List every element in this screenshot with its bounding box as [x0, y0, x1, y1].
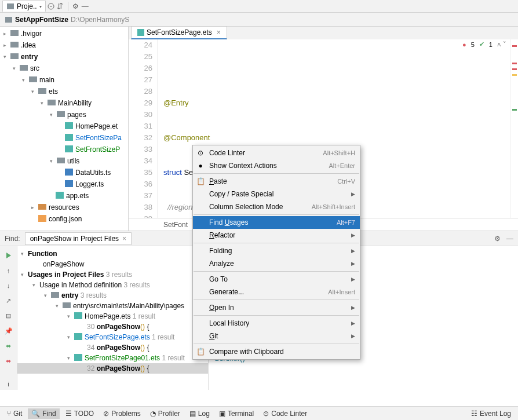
chevron-down-icon[interactable]: ▾ — [41, 100, 48, 106]
chevron-down-icon[interactable]: ▾ — [3, 54, 10, 60]
tree-folder[interactable]: .idea — [21, 41, 36, 49]
menu-generate[interactable]: Generate...Alt+Insert — [193, 286, 360, 298]
project-tree[interactable]: ▸.hvigor ▸.idea ▾entry ▾src ▾main ▾ets ▾… — [0, 27, 129, 231]
tree-folder[interactable]: pages — [67, 111, 86, 119]
project-label: Proje.. — [17, 2, 37, 10]
tree-file[interactable]: SetFrontSizeP — [75, 145, 120, 154]
tree-file[interactable]: SetFontSizePa — [75, 134, 122, 142]
menu-local-history[interactable]: Local History▶ — [193, 317, 360, 330]
terminal-tab[interactable]: ▣Terminal — [216, 408, 257, 419]
menu-analyze[interactable]: Analyze▶ — [193, 257, 360, 270]
up-icon[interactable]: ↑ — [3, 265, 14, 276]
git-tab[interactable]: ⑂Git — [3, 408, 25, 419]
diff-icon[interactable]: ⬌ — [3, 340, 14, 352]
target-icon[interactable] — [47, 2, 55, 10]
editor-tab-active[interactable]: SetFontSizePage.ets × — [131, 26, 227, 39]
menu-paste[interactable]: 📋PasteCtrl+V — [193, 175, 360, 188]
svg-rect-21 — [137, 29, 144, 36]
problems-tab[interactable]: ⊘Problems — [100, 408, 144, 419]
tree-folder[interactable]: utils — [67, 157, 79, 165]
tree-folder[interactable]: ets — [49, 87, 58, 96]
event-log-tab[interactable]: ☷Event Log — [468, 408, 515, 419]
pin-icon[interactable]: 📌 — [3, 325, 14, 337]
find-tab[interactable]: onPageShow in Project Files× — [25, 232, 132, 245]
top-toolbar: Proje.. ▾ ⇵ ⚙ — — [0, 0, 518, 13]
svg-rect-13 — [65, 134, 73, 141]
project-tab[interactable]: Proje.. ▾ — [2, 1, 46, 12]
menu-separator — [194, 344, 359, 344]
stop-icon[interactable]: ⬌ — [3, 355, 14, 367]
menu-goto[interactable]: Go To▶ — [193, 273, 360, 286]
search-icon: 🔍 — [31, 410, 40, 418]
todo-tab[interactable]: ☰TODO — [62, 408, 97, 419]
export-icon[interactable]: ↗ — [3, 295, 14, 306]
menu-open-in[interactable]: Open In▶ — [193, 301, 360, 314]
chevron-down-icon[interactable]: ▾ — [13, 65, 20, 71]
log-tab[interactable]: ▤Log — [186, 408, 213, 419]
gear-icon[interactable]: ⚙ — [72, 2, 80, 10]
tree-file[interactable]: app.ets — [66, 192, 89, 200]
menu-git[interactable]: Git▶ — [193, 330, 360, 342]
context-menu[interactable]: ⊙Code LinterAlt+Shift+H ●Show Context Ac… — [192, 145, 360, 360]
close-icon[interactable]: × — [217, 28, 221, 36]
menu-context-actions[interactable]: ●Show Context ActionsAlt+Enter — [193, 159, 360, 172]
chevron-right-icon[interactable]: ▸ — [31, 204, 38, 210]
tree-file[interactable]: HomePage.et — [75, 122, 118, 130]
collapse-icon[interactable]: ⊟ — [3, 310, 14, 322]
chevron-down-icon[interactable]: ▾ — [50, 112, 57, 118]
svg-rect-17 — [65, 180, 73, 187]
tree-file[interactable]: Logger.ts — [75, 180, 104, 188]
breadcrumb-item[interactable]: SetFont — [163, 221, 188, 229]
down-icon[interactable]: ↓ — [3, 280, 14, 291]
close-icon[interactable]: × — [122, 235, 126, 243]
profiler-icon: ◔ — [150, 410, 156, 418]
rerun-icon[interactable] — [3, 250, 14, 261]
svg-marker-22 — [6, 253, 11, 258]
menu-folding[interactable]: Folding▶ — [193, 244, 360, 257]
svg-point-2 — [50, 6, 52, 7]
menu-compare-clipboard[interactable]: 📋Compare with Clipboard — [193, 345, 360, 358]
tree-file[interactable]: config.json — [49, 215, 82, 223]
hide-icon[interactable]: — — [506, 235, 513, 243]
tree-folder[interactable]: main — [39, 76, 54, 84]
info-icon[interactable]: i — [3, 378, 14, 390]
menu-find-usages[interactable]: Find UsagesAlt+F7 — [193, 216, 360, 229]
tree-folder[interactable]: .hvigor — [21, 30, 42, 38]
svg-rect-3 — [5, 17, 12, 23]
chevron-right-icon[interactable]: ▸ — [3, 31, 10, 36]
menu-separator — [194, 243, 359, 243]
chevron-down-icon[interactable]: ▾ — [50, 158, 57, 164]
chevron-right-icon[interactable]: ▸ — [3, 42, 10, 48]
find-label: Find: — [5, 235, 20, 243]
expand-icon[interactable]: ⇵ — [56, 2, 64, 10]
menu-separator — [194, 214, 359, 215]
chevron-down-icon[interactable]: ▾ — [31, 89, 38, 94]
submenu-arrow-icon: ▶ — [351, 232, 355, 238]
find-result-tree[interactable]: ▾Function onPageShow ▾Usages in Project … — [17, 246, 209, 390]
problems-icon: ⊘ — [103, 410, 109, 418]
todo-icon: ☰ — [65, 410, 72, 418]
find-tab[interactable]: 🔍Find — [28, 408, 59, 419]
tree-folder[interactable]: resources — [49, 203, 79, 211]
submenu-arrow-icon: ▶ — [351, 305, 355, 311]
submenu-arrow-icon: ▶ — [351, 320, 355, 326]
svg-rect-5 — [10, 42, 19, 48]
chevron-down-icon[interactable]: ▾ — [22, 77, 29, 83]
tree-file[interactable]: DataUtils.ts — [75, 169, 111, 177]
tree-folder[interactable]: MainAbility — [58, 99, 92, 107]
project-icon — [6, 2, 14, 10]
profiler-tab[interactable]: ◔Profiler — [147, 408, 184, 419]
menu-separator — [194, 300, 359, 300]
bottom-toolbar: ⑂Git 🔍Find ☰TODO ⊘Problems ◔Profiler ▤Lo… — [0, 406, 518, 420]
markers[interactable] — [510, 39, 518, 218]
hide-icon[interactable]: — — [81, 2, 89, 10]
compare-icon: 📋 — [196, 348, 205, 356]
menu-copy-paste-special[interactable]: Copy / Paste Special▶ — [193, 188, 360, 200]
menu-column-select[interactable]: Column Selection ModeAlt+Shift+Insert — [193, 200, 360, 213]
linter-tab[interactable]: ⊙Code Linter — [260, 408, 311, 419]
tree-folder[interactable]: src — [30, 64, 39, 72]
menu-refactor[interactable]: Refactor▶ — [193, 229, 360, 242]
tree-folder[interactable]: entry — [21, 53, 38, 61]
menu-code-linter[interactable]: ⊙Code LinterAlt+Shift+H — [193, 147, 360, 159]
gear-icon[interactable]: ⚙ — [494, 235, 501, 243]
